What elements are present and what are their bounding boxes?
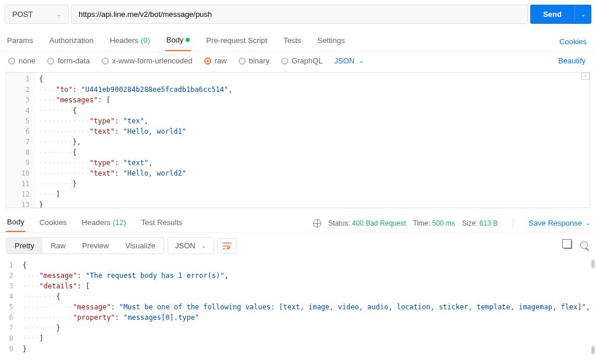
body-type-binary[interactable]: binary [239, 56, 269, 65]
body-type-raw[interactable]: raw [204, 56, 227, 65]
http-method-label: POST [12, 10, 33, 19]
request-body-code[interactable]: {····"to": "U441eb900284b288ee5fcadb1ba6… [36, 73, 590, 208]
response-tab-headers[interactable]: Headers (12) [81, 215, 127, 231]
tab-prerequest[interactable]: Pre-request Script [205, 33, 268, 51]
body-modified-dot-icon [186, 38, 190, 42]
request-line-gutter: 12345678910111213 [6, 73, 36, 208]
view-raw[interactable]: Raw [42, 238, 74, 254]
radio-checked-icon [204, 58, 211, 65]
view-preview[interactable]: Preview [74, 238, 117, 254]
scrollbar[interactable] [591, 346, 595, 354]
response-status: 400 Bad Request [352, 219, 406, 227]
response-body-code: {····"message": "The request body has 1 … [19, 260, 590, 354]
wrap-lines-button[interactable] [217, 238, 237, 254]
response-line-gutter: 123456789 [6, 260, 19, 354]
radio-icon [281, 58, 288, 65]
body-format-label: JSON [334, 56, 354, 65]
request-tabs: Params Authorization Headers (9) Body Pr… [0, 28, 596, 52]
search-icon [580, 241, 588, 249]
chevron-down-icon: ⌄ [586, 220, 590, 226]
response-format-select[interactable]: JSON ⌄ [168, 237, 214, 254]
wrap-icon [222, 242, 232, 250]
body-type-row: none form-data x-www-form-urlencoded raw… [0, 52, 596, 70]
tab-body[interactable]: Body [165, 32, 191, 51]
radio-icon [239, 58, 246, 65]
view-visualize[interactable]: Visualize [117, 238, 164, 254]
response-size: 613 B [480, 219, 498, 227]
save-response-button[interactable]: Save Response ⌄ [528, 219, 590, 227]
response-tab-test-results[interactable]: Test Results [140, 215, 184, 231]
radio-icon [47, 58, 54, 65]
body-type-x-www-form-urlencoded[interactable]: x-www-form-urlencoded [102, 56, 193, 65]
request-body-editor[interactable]: 12345678910111213 {····"to": "U441eb9002… [6, 72, 590, 208]
search-response-button[interactable] [578, 239, 590, 253]
response-tab-body[interactable]: Body [6, 214, 26, 232]
tab-tests[interactable]: Tests [282, 33, 302, 51]
radio-icon [102, 58, 109, 65]
tab-params[interactable]: Params [6, 33, 34, 51]
send-button-group: Send ⌄ [530, 5, 591, 24]
http-method-select[interactable]: POST ⌄ [5, 5, 69, 24]
scrollbar[interactable] [591, 260, 595, 268]
fold-icon[interactable]: — [581, 73, 590, 80]
tab-headers-label: Headers [110, 36, 139, 45]
response-format-label: JSON [175, 241, 196, 250]
copy-response-button[interactable] [562, 238, 574, 253]
response-time: 500 ms [432, 219, 455, 227]
body-type-form-data[interactable]: form-data [47, 56, 90, 65]
send-dropdown-button[interactable]: ⌄ [574, 6, 591, 22]
chevron-down-icon: ⌄ [359, 58, 364, 64]
response-meta: Status: 400 Bad Request Time: 500 ms Siz… [313, 219, 498, 227]
request-headers-count: (9) [141, 36, 150, 45]
response-tabs: Body Cookies Headers (12) Test Results S… [0, 210, 596, 233]
radio-icon [8, 58, 15, 65]
body-type-none[interactable]: none [8, 56, 36, 65]
tab-authorization[interactable]: Authorization [48, 33, 95, 51]
url-input[interactable] [71, 5, 528, 24]
response-tab-headers-label: Headers [82, 218, 111, 227]
copy-icon [564, 241, 572, 249]
response-tab-cookies[interactable]: Cookies [38, 215, 68, 231]
response-toolbar: Pretty Raw Preview Visualize JSON ⌄ [0, 233, 596, 259]
view-pretty[interactable]: Pretty [6, 238, 42, 254]
send-button[interactable]: Send [530, 5, 574, 23]
tab-settings[interactable]: Settings [316, 33, 346, 51]
cookies-link[interactable]: Cookies [559, 37, 590, 46]
body-type-graphql[interactable]: GraphQL [281, 56, 322, 65]
chevron-down-icon: ⌄ [201, 242, 206, 249]
tab-headers[interactable]: Headers (9) [109, 33, 151, 51]
globe-icon[interactable] [313, 219, 321, 227]
response-view-mode: Pretty Raw Preview Visualize [6, 237, 164, 254]
tab-body-label: Body [166, 35, 184, 44]
response-headers-count: (12) [112, 218, 126, 227]
url-bar: POST ⌄ Send ⌄ [0, 0, 596, 28]
chevron-down-icon: ⌄ [56, 11, 61, 17]
response-body-editor[interactable]: 123456789 {····"message": "The request b… [0, 259, 596, 355]
body-format-select[interactable]: JSON ⌄ [334, 56, 364, 65]
beautify-button[interactable]: Beautify [558, 56, 588, 65]
